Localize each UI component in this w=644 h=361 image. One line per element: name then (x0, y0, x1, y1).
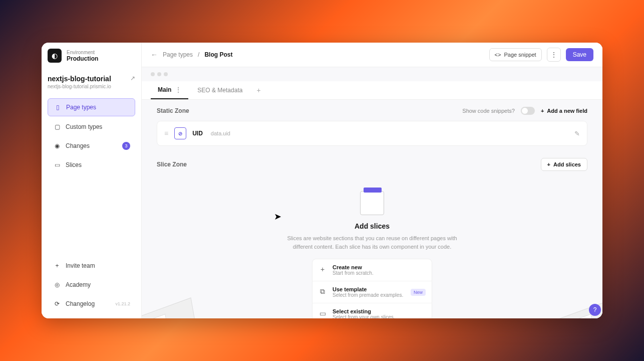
academy-link[interactable]: ◎ Academy (48, 276, 135, 293)
cursor-icon: ➤ (274, 211, 281, 222)
changes-icon: ◉ (54, 142, 61, 149)
changes-badge: 3 (122, 142, 130, 150)
save-button[interactable]: Save (566, 48, 593, 61)
code-icon: <> (495, 52, 501, 58)
project-name: nextjs-blog-tutorial (48, 75, 111, 83)
sidebar-item-page-types[interactable]: ▯ Page types (48, 98, 135, 116)
breadcrumb: ← Page types / Blog Post (151, 51, 232, 59)
copy-icon: ⧉ (318, 287, 327, 295)
project-row: nextjs-blog-tutorial nextjs-blog-tutoria… (48, 75, 135, 89)
drag-handle-icon[interactable]: ≡ (164, 129, 168, 137)
add-field-button[interactable]: + Add a new field (541, 108, 587, 114)
page-snippet-button[interactable]: <> Page snippet (489, 48, 542, 61)
sidebar: ◐ Environment Production nextjs-blog-tut… (42, 43, 142, 318)
new-tag: New (411, 289, 426, 296)
snippets-toggle[interactable] (521, 107, 535, 115)
plus-icon: + (54, 262, 61, 269)
window-dots (142, 67, 602, 81)
plus-icon: + (318, 265, 327, 273)
empty-description: Slices are website sections that you can… (287, 234, 457, 251)
environment-label: Environment (67, 50, 98, 55)
app-window: ◐ Environment Production nextjs-blog-tut… (42, 43, 602, 318)
snippets-toggle-label: Show code snippets? (462, 108, 515, 114)
folder-icon: ▭ (318, 309, 327, 317)
plus-icon: + (547, 161, 550, 167)
add-tab-button[interactable]: + (251, 81, 265, 99)
changelog-icon: ⟳ (54, 300, 61, 307)
sidebar-item-custom-types[interactable]: ▢ Custom types (48, 118, 135, 135)
breadcrumb-parent[interactable]: Page types (163, 51, 193, 58)
topbar: ← Page types / Blog Post <> Page snippet… (142, 43, 602, 67)
app-logo-icon: ◐ (48, 49, 62, 63)
empty-illustration-icon (360, 191, 384, 215)
sidebar-nav: ▯ Page types ▢ Custom types ◉ Changes 3 … (48, 98, 135, 173)
main-content: ← Page types / Blog Post <> Page snippet… (142, 43, 602, 318)
page-types-icon: ▯ (54, 104, 61, 111)
empty-title: Add slices (355, 222, 390, 230)
tabs: Main ⋮ SEO & Metadata + (142, 81, 602, 100)
plus-icon: + (541, 108, 544, 114)
tab-main[interactable]: Main ⋮ (151, 81, 188, 99)
field-label: UID (192, 130, 203, 137)
project-url: nextjs-blog-tutorial.prismic.io (48, 84, 111, 89)
environment-selector[interactable]: ◐ Environment Production (48, 49, 135, 63)
add-slices-button[interactable]: + Add slices (541, 158, 587, 171)
option-create-new[interactable]: + Create new Start from scratch. (312, 259, 432, 281)
slices-icon: ▭ (54, 161, 61, 168)
slice-zone-title: Slice Zone (157, 161, 187, 168)
help-fab-button[interactable]: ? (589, 304, 601, 316)
content-area: Static Zone Show code snippets? + Add a … (142, 100, 602, 318)
option-select-existing[interactable]: ▭ Select existing Select from your own s… (312, 303, 432, 318)
invite-team-link[interactable]: + Invite team (48, 257, 135, 274)
custom-types-icon: ▢ (54, 123, 61, 130)
option-use-template[interactable]: ⧉ Use template Select from premade examp… (312, 281, 432, 303)
academy-icon: ◎ (54, 281, 61, 288)
environment-name: Production (67, 55, 98, 62)
slice-options: + Create new Start from scratch. ⧉ Use t… (312, 259, 432, 318)
sidebar-bottom: + Invite team ◎ Academy ⟳ Changelog v1.2… (48, 257, 135, 312)
changelog-link[interactable]: ⟳ Changelog v1.21.2 (48, 295, 135, 312)
field-api-id: data.uid (211, 130, 230, 136)
static-zone-title: Static Zone (157, 107, 189, 114)
sidebar-item-changes[interactable]: ◉ Changes 3 (48, 137, 135, 154)
decoration-left (142, 297, 198, 318)
edit-icon[interactable]: ✎ (574, 130, 580, 137)
breadcrumb-current: Blog Post (204, 51, 232, 58)
field-row-uid[interactable]: ≡ ⊘ UID data.uid ✎ (157, 121, 587, 146)
back-icon[interactable]: ← (151, 51, 158, 59)
uid-field-icon: ⊘ (174, 127, 186, 139)
more-menu-button[interactable]: ⋮ (547, 48, 561, 62)
tab-menu-icon[interactable]: ⋮ (175, 86, 181, 93)
sidebar-item-slices[interactable]: ▭ Slices (48, 156, 135, 173)
version-text: v1.21.2 (115, 301, 130, 306)
slice-zone-empty-state: Add slices Slices are website sections t… (157, 181, 587, 318)
external-link-icon[interactable]: ↗ (130, 75, 135, 82)
tab-seo[interactable]: SEO & Metadata (190, 82, 249, 99)
